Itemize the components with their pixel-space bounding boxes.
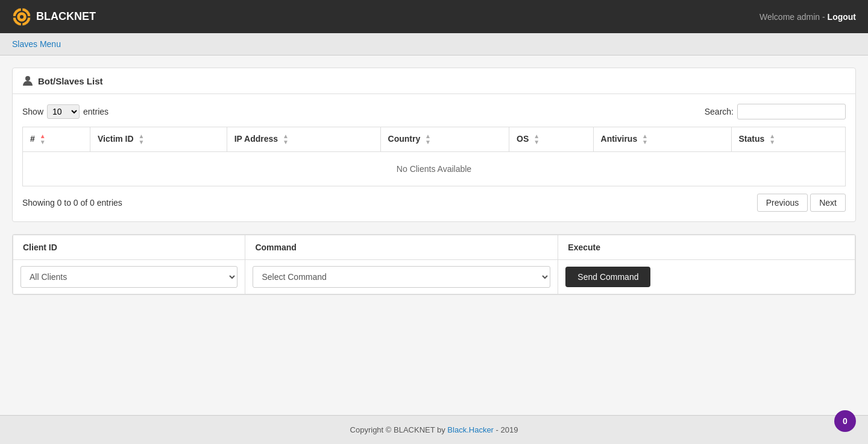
table-body: No Clients Available	[23, 152, 846, 186]
col-ip[interactable]: IP Address ▲▼	[227, 127, 380, 152]
header-user-info: Welcome admin - Logout	[760, 12, 856, 22]
command-table-body: All Clients Select Command Send Command	[13, 260, 855, 294]
pagination: Previous Next	[757, 194, 846, 212]
welcome-text: Welcome admin -	[760, 12, 828, 22]
person-icon	[22, 75, 33, 86]
card-title: Bot/Slaves List	[38, 76, 103, 86]
show-entries: Show 10 25 50 100 entries	[22, 104, 108, 119]
table-head: # ▲▼ Victim ID ▲▼ IP Address ▲▼ Country …	[23, 127, 846, 152]
search-label: Search:	[705, 107, 734, 116]
command-table: Client ID Command Execute All Clients Se…	[13, 235, 855, 294]
table-footer: Showing 0 to 0 of 0 entries Previous Nex…	[22, 194, 846, 212]
footer: Copyright © BLACKNET by Black.Hacker - 2…	[0, 415, 868, 444]
command-row: All Clients Select Command Send Command	[13, 260, 855, 294]
footer-author-link[interactable]: Black.Hacker	[447, 425, 494, 434]
sort-icon-country: ▲▼	[425, 133, 431, 145]
send-command-button[interactable]: Send Command	[565, 267, 650, 287]
previous-button[interactable]: Previous	[757, 194, 808, 212]
svg-point-7	[25, 76, 30, 81]
slaves-menu-link[interactable]: Slaves Menu	[12, 39, 61, 49]
logo-text: BLACKNET	[36, 10, 96, 23]
table-controls: Show 10 25 50 100 entries Search:	[22, 104, 846, 119]
client-id-select[interactable]: All Clients	[20, 266, 237, 288]
footer-year: - 2019	[494, 425, 518, 434]
footer-copyright: Copyright © BLACKNET by	[350, 425, 448, 434]
logout-link[interactable]: Logout	[828, 12, 856, 22]
cmd-col-command: Command	[245, 235, 558, 260]
svg-point-6	[20, 15, 24, 19]
sort-icon-victim: ▲▼	[139, 133, 145, 145]
table-header-row: # ▲▼ Victim ID ▲▼ IP Address ▲▼ Country …	[23, 127, 846, 152]
logo-icon	[12, 7, 31, 27]
main-content: Bot/Slaves List Show 10 25 50 100 entrie…	[0, 56, 868, 415]
entries-select[interactable]: 10 25 50 100	[47, 104, 80, 119]
cmd-col-client-id: Client ID	[13, 235, 245, 260]
command-card: Client ID Command Execute All Clients Se…	[12, 234, 856, 295]
client-id-cell: All Clients	[13, 260, 245, 294]
cmd-col-execute: Execute	[558, 235, 855, 260]
badge-value: 0	[843, 416, 848, 426]
command-table-head: Client ID Command Execute	[13, 235, 855, 260]
command-select[interactable]: Select Command	[253, 266, 550, 288]
col-hash[interactable]: # ▲▼	[23, 127, 90, 152]
col-antivirus[interactable]: Antivirus ▲▼	[593, 127, 731, 152]
execute-cell: Send Command	[558, 260, 855, 294]
sort-icon-ip: ▲▼	[283, 133, 289, 145]
entries-info: Showing 0 to 0 of 0 entries	[22, 198, 122, 208]
col-country[interactable]: Country ▲▼	[380, 127, 509, 152]
card-header: Bot/Slaves List	[13, 68, 855, 94]
sort-icon-os: ▲▼	[533, 133, 539, 145]
sort-icon-status: ▲▼	[769, 133, 775, 145]
logo: BLACKNET	[12, 7, 96, 27]
search-box: Search:	[705, 104, 846, 119]
no-data-cell: No Clients Available	[23, 152, 846, 186]
floating-badge: 0	[834, 410, 856, 432]
command-header-row: Client ID Command Execute	[13, 235, 855, 260]
header: BLACKNET Welcome admin - Logout	[0, 0, 868, 33]
command-cell: Select Command	[245, 260, 558, 294]
no-data-row: No Clients Available	[23, 152, 846, 186]
show-label: Show	[22, 107, 43, 116]
search-input[interactable]	[737, 104, 846, 119]
data-table: # ▲▼ Victim ID ▲▼ IP Address ▲▼ Country …	[22, 127, 846, 186]
sort-icon-antivirus: ▲▼	[642, 133, 648, 145]
col-os[interactable]: OS ▲▼	[509, 127, 593, 152]
card-body: Show 10 25 50 100 entries Search:	[13, 94, 855, 221]
sort-icon-hash: ▲▼	[40, 133, 46, 145]
col-status[interactable]: Status ▲▼	[731, 127, 845, 152]
col-victim-id[interactable]: Victim ID ▲▼	[90, 127, 227, 152]
nav-bar: Slaves Menu	[0, 33, 868, 56]
bot-list-card: Bot/Slaves List Show 10 25 50 100 entrie…	[12, 68, 856, 222]
entries-label: entries	[83, 107, 108, 116]
next-button[interactable]: Next	[810, 194, 846, 212]
